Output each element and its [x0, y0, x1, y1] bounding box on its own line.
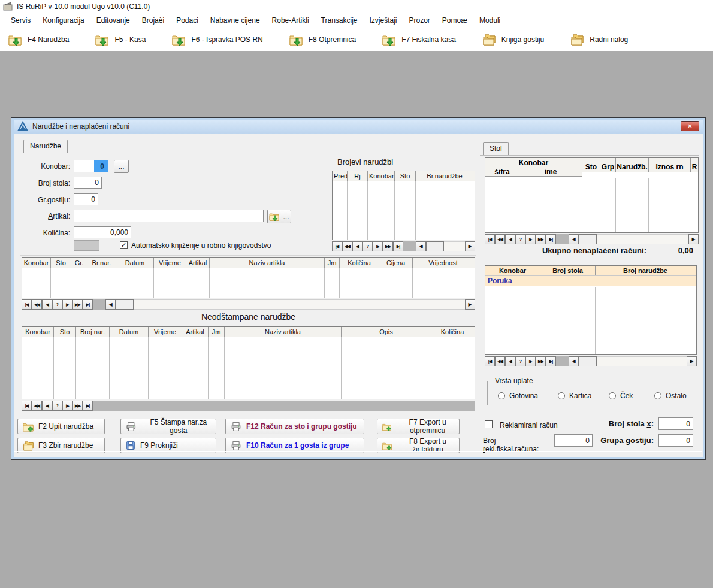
db-nav-button[interactable]: ◀◀ — [342, 241, 352, 251]
db-nav-button[interactable]: |◀ — [332, 241, 342, 251]
db-nav-button[interactable]: ◀◀ — [495, 356, 505, 366]
column-header[interactable]: Konobar — [22, 258, 51, 268]
scroll-right-icon[interactable]: ▶ — [687, 356, 697, 366]
db-nav-button[interactable]: ▶▶ — [536, 356, 546, 366]
window-titlebar[interactable]: Narudžbe i nenaplaćeni računi — [11, 118, 705, 134]
column-header-grp[interactable]: Grp — [600, 158, 616, 172]
f2-upit-narudzba-button[interactable]: F2 Upit narudžba — [17, 419, 105, 434]
menu-item[interactable]: Editovanje — [90, 14, 136, 26]
db-nav-button[interactable]: ? — [52, 299, 62, 310]
column-header[interactable]: Sto — [51, 258, 71, 268]
db-nav-button[interactable]: ▶ — [373, 241, 383, 251]
db-nav-button[interactable]: |◀ — [22, 299, 32, 310]
column-header-sto[interactable]: Sto — [582, 158, 600, 172]
scroll-left-icon[interactable]: ◀ — [416, 241, 426, 251]
scrollbar-thumb[interactable] — [116, 299, 134, 310]
tab-stol[interactable]: Stol — [483, 142, 509, 155]
column-header[interactable]: Opis — [342, 327, 431, 337]
toolbar-button-f8-otpremnica[interactable]: F8 Otpremnica — [289, 34, 356, 46]
menu-item[interactable]: Izvještaji — [364, 14, 403, 26]
toolbar-button-knjiga-gostiju[interactable]: Knjiga gostiju — [482, 34, 544, 46]
column-header[interactable]: Jm — [325, 258, 340, 268]
menu-item[interactable]: Nabavne cijene — [204, 14, 266, 26]
artikal-browse-button[interactable]: ... — [267, 210, 291, 223]
db-nav-button[interactable]: ? — [52, 401, 62, 411]
scroll-right-icon[interactable]: ▶ — [688, 234, 699, 244]
column-header-iznos[interactable]: Iznos rn — [649, 158, 691, 172]
scroll-left-icon[interactable]: ◀ — [105, 299, 116, 310]
column-header[interactable]: Sto — [54, 327, 76, 337]
db-nav-button[interactable]: ◀◀ — [32, 401, 42, 411]
db-nav-button[interactable]: ▶| — [393, 241, 403, 251]
kolicina-input[interactable]: 0,000 — [74, 226, 131, 238]
column-header[interactable]: Broj nar. — [76, 327, 110, 337]
scrollbar-thumb[interactable] — [579, 356, 597, 366]
db-nav-button[interactable]: |◀ — [485, 356, 495, 366]
db-nav-button[interactable]: ◀ — [505, 234, 515, 244]
db-nav-button[interactable]: ▶▶ — [72, 401, 83, 411]
db-nav-button[interactable]: ◀ — [352, 241, 362, 251]
column-header-sifra[interactable]: šifra — [485, 168, 519, 176]
scrollbar-thumb[interactable] — [426, 241, 444, 251]
column-header[interactable]: Naziv artikla — [210, 258, 325, 268]
brojevi-narudzbi-body[interactable] — [333, 181, 475, 240]
scrollbar-track[interactable] — [444, 241, 465, 251]
close-button[interactable]: ✕ — [681, 121, 699, 131]
grupa-gostiju-input[interactable]: 0 — [658, 434, 693, 447]
column-header[interactable]: Gr. — [71, 258, 87, 268]
db-nav-button[interactable]: ◀◀ — [495, 234, 505, 244]
db-nav-button[interactable]: ◀ — [42, 299, 52, 310]
f7-export-otpremnica-button[interactable]: F7 Export u otpremnicu — [377, 419, 460, 434]
db-nav-button[interactable]: ▶| — [546, 356, 556, 366]
column-header[interactable]: Br.narudžbe — [416, 171, 473, 181]
db-nav-button[interactable]: ▶ — [62, 401, 72, 411]
menu-item[interactable]: Prozor — [403, 14, 436, 26]
db-nav-button[interactable]: ◀ — [505, 356, 515, 366]
column-header[interactable]: Vrijednost — [413, 258, 473, 268]
db-nav-button[interactable]: |◀ — [22, 401, 32, 411]
db-nav-button[interactable]: ▶| — [83, 401, 93, 411]
toolbar-button-f5-kasa[interactable]: F5 - Kasa — [95, 34, 146, 46]
unprinted-table-body[interactable] — [22, 337, 475, 399]
scrollbar-track[interactable] — [134, 299, 465, 310]
menu-item[interactable]: Transakcije — [315, 14, 364, 26]
menu-item[interactable]: Brojaèi — [136, 14, 170, 26]
column-header[interactable]: Br.nar. — [87, 258, 116, 268]
menu-item[interactable]: Servis — [5, 14, 37, 26]
column-header[interactable]: Jm — [209, 327, 225, 337]
broj-stola-input[interactable]: 0 — [74, 177, 102, 189]
menu-item[interactable]: Konfiguracija — [37, 14, 90, 26]
column-header[interactable]: Vrijeme — [154, 258, 186, 268]
radio-kartica[interactable]: Kartica — [558, 392, 591, 400]
scrollbar-thumb[interactable] — [579, 234, 597, 244]
konobar-input[interactable]: 0 — [74, 160, 108, 172]
db-nav-button[interactable]: ▶| — [546, 234, 556, 244]
column-header[interactable]: Količina — [340, 258, 379, 268]
f5-stampa-button[interactable]: F5 Štampa nar.za gosta — [120, 419, 216, 434]
stol-table-body[interactable] — [485, 178, 698, 232]
db-nav-button[interactable]: ▶ — [525, 234, 536, 244]
db-nav-button[interactable]: ▶▶ — [536, 234, 546, 244]
scroll-right-icon[interactable]: ▶ — [465, 241, 475, 251]
column-header[interactable]: Naziv artikla — [225, 327, 342, 337]
column-header[interactable]: Artikal — [182, 327, 209, 337]
radio-cek[interactable]: Ček — [609, 392, 633, 400]
db-nav-button[interactable]: ▶▶ — [72, 299, 83, 310]
column-header-narudzb[interactable]: Narudžb. — [616, 158, 649, 172]
radio-gotovina[interactable]: Gotovina — [498, 392, 538, 400]
column-header-r[interactable]: R — [691, 158, 698, 172]
db-nav-button[interactable]: |◀ — [485, 234, 495, 244]
db-nav-button[interactable]: ◀ — [42, 401, 52, 411]
column-header[interactable]: Artikal — [186, 258, 210, 268]
menu-item[interactable]: Robe-Artikli — [266, 14, 315, 26]
column-header[interactable]: Vrijeme — [149, 327, 182, 337]
column-header[interactable]: Konobar — [368, 171, 395, 181]
orders-table-body[interactable] — [22, 268, 475, 298]
toolbar-button-f6-ispravka[interactable]: F6 - Ispravka POS RN — [172, 34, 262, 46]
db-nav-button[interactable]: ▶ — [62, 299, 72, 310]
column-header[interactable]: Količina — [431, 327, 473, 337]
column-header[interactable]: Pred — [333, 171, 348, 181]
column-header[interactable]: Konobar — [22, 327, 54, 337]
scroll-left-icon[interactable]: ◀ — [569, 234, 579, 244]
scroll-right-icon[interactable]: ▶ — [465, 299, 475, 310]
